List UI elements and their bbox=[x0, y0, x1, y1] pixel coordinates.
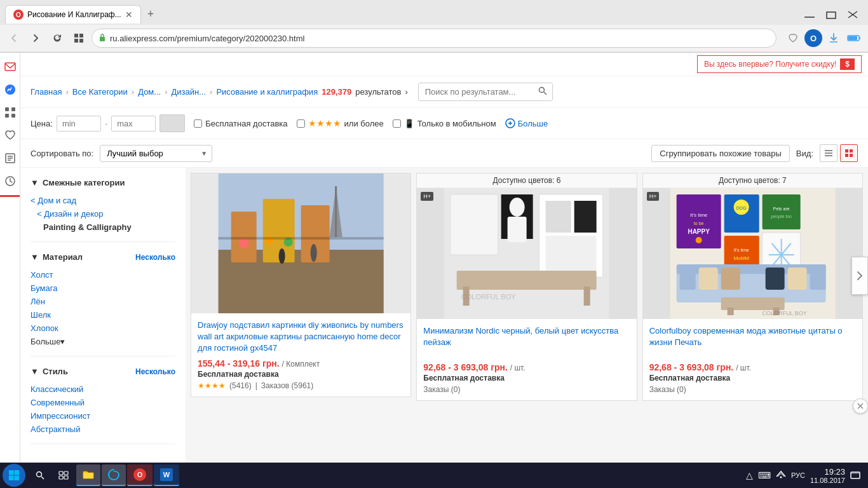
product-image-2: COLORFUL BOY H+ bbox=[417, 188, 636, 319]
tray-up-arrow-icon[interactable]: △ bbox=[746, 470, 753, 480]
product-title-2[interactable]: Минимализм Nordic черный, белый цвет иск… bbox=[423, 325, 630, 358]
svg-rect-45 bbox=[219, 237, 384, 240]
product-card-3[interactable]: Доступно цветов: 7 It's time to be HAPPY bbox=[642, 173, 863, 401]
minimize-icon[interactable] bbox=[799, 7, 820, 22]
style-title[interactable]: ▼ Стиль Несколько bbox=[31, 367, 175, 376]
free-shipping-filter[interactable]: Бесплатная доставка bbox=[194, 119, 287, 128]
taskbar-edge-button[interactable] bbox=[102, 464, 126, 486]
battery-icon[interactable] bbox=[845, 29, 863, 47]
windows-logo-icon bbox=[8, 470, 20, 481]
breadcrumb-home-garden[interactable]: Дом... bbox=[138, 87, 161, 97]
svg-rect-87 bbox=[765, 268, 784, 290]
close-window-icon[interactable] bbox=[843, 7, 863, 22]
more-filters-btn[interactable]: Больше bbox=[505, 118, 548, 128]
refresh-button[interactable] bbox=[48, 29, 66, 47]
breadcrumb-all-categories[interactable]: Все Категории bbox=[72, 87, 128, 97]
tray-keyboard-icon[interactable]: ⌨ bbox=[758, 470, 771, 480]
tray-notification-icon[interactable] bbox=[850, 470, 860, 481]
heart-sidebar-icon[interactable] bbox=[1, 126, 19, 144]
related-categories-title[interactable]: ▼ Смежные категории bbox=[31, 178, 175, 187]
material-extra[interactable]: Несколько bbox=[135, 253, 175, 262]
orders-icon[interactable] bbox=[1, 149, 19, 167]
sidebar-material-canvas[interactable]: Холст bbox=[31, 268, 175, 281]
svg-text:DOG: DOG bbox=[736, 206, 746, 210]
price-max-input[interactable] bbox=[111, 116, 156, 132]
breadcrumb-design[interactable]: Дизайн... bbox=[171, 87, 206, 97]
search-results-field[interactable] bbox=[418, 83, 553, 101]
sort-left: Сортировать по: Лучший выбор Цена: по во… bbox=[31, 145, 212, 162]
sidebar-home-garden-link[interactable]: < Дом и сад bbox=[31, 194, 175, 207]
svg-rect-49 bbox=[451, 194, 498, 255]
search-results-input[interactable] bbox=[419, 84, 533, 100]
taskbar-file-explorer-button[interactable] bbox=[76, 464, 100, 486]
start-button[interactable] bbox=[3, 464, 25, 487]
sidebar-painting-calligraphy-link[interactable]: Painting & Calligraphy bbox=[31, 220, 175, 234]
sidebar-material-cotton[interactable]: Хлопок bbox=[31, 322, 175, 335]
list-view-button[interactable] bbox=[820, 144, 837, 162]
mobile-only-filter[interactable]: 📱 Только в мобильном bbox=[393, 119, 496, 128]
product-title-1[interactable]: Drawjoy подставил картинки diy живопись … bbox=[198, 320, 404, 355]
sidebar-style-impressionist[interactable]: Импрессионист bbox=[31, 409, 175, 423]
svg-rect-13 bbox=[5, 107, 9, 111]
sidebar-material-paper[interactable]: Бумага bbox=[31, 281, 175, 295]
svg-rect-103 bbox=[59, 476, 63, 479]
price-min-input[interactable] bbox=[57, 116, 101, 132]
style-extra[interactable]: Несколько bbox=[135, 367, 175, 376]
download-icon[interactable] bbox=[825, 29, 843, 47]
svg-rect-101 bbox=[59, 471, 63, 475]
free-shipping-checkbox[interactable] bbox=[194, 119, 202, 128]
search-results-button[interactable] bbox=[533, 83, 552, 100]
tray-language[interactable]: РУС bbox=[791, 471, 805, 479]
taskbar-search-button[interactable] bbox=[29, 464, 51, 486]
sidebar-style-modern[interactable]: Современный bbox=[31, 396, 175, 409]
product-card-1[interactable]: Drawjoy подставил картинки diy живопись … bbox=[191, 173, 411, 397]
grid-product-view-button[interactable] bbox=[840, 144, 858, 162]
product-title-3[interactable]: Colorfulboy современная мода животные ци… bbox=[649, 325, 856, 358]
stars-filter[interactable]: ★★★★ или более bbox=[297, 118, 384, 128]
address-bar[interactable]: ru.aliexpress.com/premium/category/20200… bbox=[92, 29, 776, 48]
tray-clock[interactable]: 19:23 11.08.2017 bbox=[810, 467, 845, 484]
price-apply-button[interactable] bbox=[159, 114, 185, 132]
product-card-2[interactable]: Доступно цветов: 6 bbox=[416, 173, 637, 401]
sidebar-style-classic[interactable]: Классический bbox=[31, 383, 175, 396]
taskbar-word-button[interactable]: W bbox=[154, 464, 179, 486]
taskbar-opera-button[interactable]: O bbox=[127, 464, 153, 486]
new-tab-button[interactable]: + bbox=[141, 4, 161, 25]
svg-rect-84 bbox=[810, 264, 825, 290]
svg-point-46 bbox=[279, 248, 285, 264]
favorites-icon[interactable] bbox=[784, 29, 802, 47]
messenger-icon[interactable] bbox=[1, 81, 19, 98]
promo-banner[interactable]: Вы здесь впервые? Получите скидку! $ bbox=[697, 55, 862, 73]
grid-view-button[interactable] bbox=[70, 29, 88, 47]
maximize-icon[interactable] bbox=[821, 7, 841, 22]
material-title[interactable]: ▼ Материал Несколько bbox=[31, 252, 175, 262]
scroll-right-arrow[interactable] bbox=[851, 257, 868, 295]
opera-icon[interactable]: O bbox=[804, 29, 822, 47]
sidebar-material-linen[interactable]: Лён bbox=[31, 295, 175, 308]
breadcrumb-home[interactable]: Главная bbox=[31, 87, 62, 97]
price-label: Цена: bbox=[31, 119, 53, 128]
tray-network-icon[interactable] bbox=[776, 470, 786, 481]
tab-close-btn[interactable]: ✕ bbox=[125, 10, 133, 20]
material-more-button[interactable]: Больше▾ bbox=[31, 335, 175, 348]
sidebar-design-decor-link[interactable]: < Дизайн и декор bbox=[31, 207, 175, 220]
clock-icon[interactable] bbox=[1, 172, 19, 190]
svg-rect-83 bbox=[679, 264, 695, 290]
product-colors-3: Доступно цветов: 7 bbox=[643, 173, 862, 188]
mail-icon[interactable] bbox=[1, 58, 19, 76]
taskbar-task-view-button[interactable] bbox=[52, 464, 75, 486]
browser-tab[interactable]: O Рисование И Каллиграф... ✕ bbox=[5, 5, 141, 24]
stars-checkbox[interactable] bbox=[297, 119, 305, 128]
sort-select[interactable]: Лучший выбор Цена: по возрастанию Цена: … bbox=[100, 145, 212, 162]
apps-icon[interactable] bbox=[1, 104, 19, 121]
results-count: 129,379 bbox=[322, 87, 351, 97]
breadcrumb-current[interactable]: Рисование и каллиграфия bbox=[216, 87, 318, 97]
close-overlay-btn[interactable] bbox=[853, 398, 868, 414]
svg-rect-88 bbox=[787, 268, 806, 290]
sidebar-style-abstract[interactable]: Абстрактный bbox=[31, 423, 175, 436]
group-similar-button[interactable]: Сгруппировать похожие товары bbox=[651, 145, 790, 162]
back-button[interactable] bbox=[5, 29, 23, 47]
sidebar-material-silk[interactable]: Шелк bbox=[31, 308, 175, 322]
mobile-only-checkbox[interactable] bbox=[393, 119, 401, 128]
forward-button[interactable] bbox=[27, 29, 44, 47]
